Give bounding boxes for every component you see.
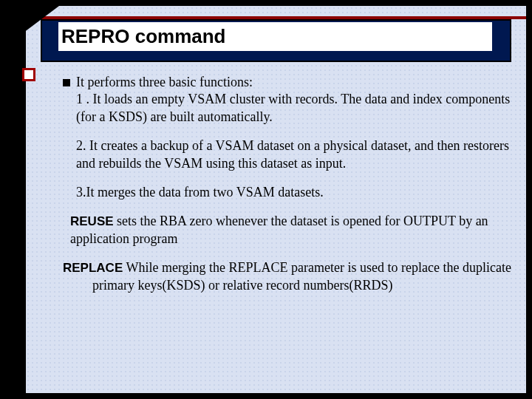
bullet-block-1: It performs three basic functions: 1 . I… <box>63 74 511 126</box>
replace-label: REPLACE <box>63 261 123 275</box>
point-3: 3.It merges the data from two VSAM datas… <box>63 184 511 201</box>
point-1: 1 . It loads an empty VSAM cluster with … <box>76 92 510 123</box>
reuse-label: REUSE <box>70 214 114 228</box>
replace-paragraph: REPLACE While merging the REPLACE parame… <box>63 259 511 294</box>
slide-body: REPRO command It performs three basic fu… <box>26 6 526 393</box>
reuse-paragraph: REUSE sets the RBA zero whenever the dat… <box>63 213 511 248</box>
slide-title: REPRO command <box>58 22 492 51</box>
point-2: 2. It creates a backup of a VSAM dataset… <box>63 137 511 172</box>
left-gutter <box>0 0 26 399</box>
intro-line: It performs three basic functions: <box>76 75 253 89</box>
square-bullet-icon <box>63 79 70 86</box>
red-square-marker <box>22 68 35 81</box>
replace-text: While merging the REPLACE parameter is u… <box>92 260 511 292</box>
bullet-text-1: It performs three basic functions: 1 . I… <box>76 74 511 126</box>
content-area: It performs three basic functions: 1 . I… <box>63 74 511 294</box>
reuse-text: sets the RBA zero whenever the dataset i… <box>70 214 488 245</box>
